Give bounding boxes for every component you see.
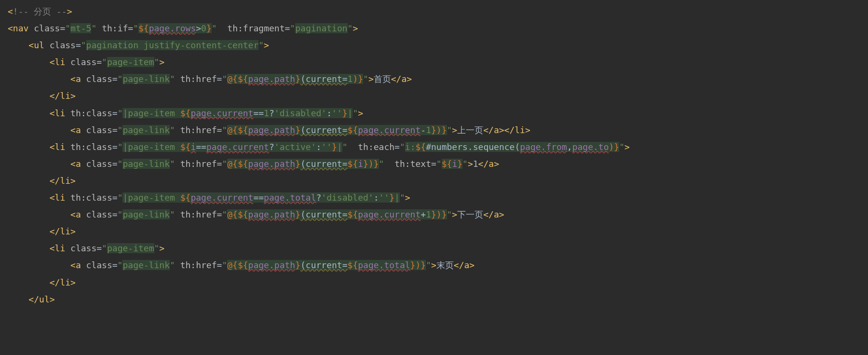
expr-eqeq: == [253,108,264,118]
attr-thhref: th:href [180,125,217,135]
expr-at-close: )} [353,74,363,84]
tag-a: a [76,159,81,169]
expr-dl-open: ${ [348,125,358,135]
tag-ul-close: ul [39,294,50,304]
expr-dl-close: } [295,125,300,135]
expr-page-total: page.total [264,192,316,203]
attr-class: class [70,57,96,67]
attr-class: class [86,159,112,169]
expr-dl-close: } [295,260,300,270]
expr-current-eq: (current= [300,74,348,84]
attr-thhref: th:href [180,74,217,84]
tag-li: li [55,243,66,253]
expr-dl-close: } [332,142,337,152]
expr-page-total: page.total [358,260,410,270]
expr-page-path: page.path [248,159,296,169]
text-first-page: 首页 [374,74,391,84]
tag-ul: ul [34,40,44,50]
expr-dl-open: ${ [238,260,248,270]
expr-dl-open: ${ [348,209,358,219]
text-one: 1 [473,159,478,169]
expr-at-close: )} [415,260,426,270]
tag-a: a [76,260,81,270]
val-page-item: page-item [107,243,154,253]
expr-empty: '' [321,142,332,152]
val-page-link: page-link [122,125,170,135]
attr-thif: th:if [102,23,128,33]
tag-li-close: li [60,226,70,236]
tag-li-close: li [60,91,70,101]
expr-one: 1 [348,74,353,84]
expr-colon: : [374,192,379,203]
expr-dl-open: ${ [348,260,358,270]
expr-dl-open: ${ [238,209,248,219]
expr-dl-close: } [295,209,300,219]
text-prev-page: 上一页 [457,125,483,135]
attr-class: class [86,209,112,219]
val-page-link: page-link [122,159,170,169]
tag-a-close: a [488,159,494,169]
expr-dl-open: ${ [442,159,452,169]
expr-current-eq: (current= [300,209,348,219]
tag-li: li [55,192,66,203]
expr-one: 1 [264,108,269,118]
expr-dl-open: ${ [415,142,426,152]
expr-at-close: )} [436,125,447,135]
expr-one: 1 [426,125,431,135]
tag-a: a [76,125,81,135]
expr-current-eq: (current= [300,159,348,169]
tag-li-close: li [60,277,70,287]
expr-one: 1 [426,209,431,219]
tag-li-close: li [60,176,70,186]
expr-active: 'active' [274,142,316,152]
code-editor[interactable]: <!-- 分页 --> <nav class="mt-5" th:if="${p… [0,0,868,308]
tag-a-close: a [494,209,499,219]
expr-at-open: @{ [227,260,238,270]
val-page-item-sp: page-item [128,192,180,203]
expr-dl-open: ${ [180,192,191,203]
attr-thclass: th:class [70,192,112,203]
pipe-close: | [337,142,342,152]
attr-thhref: th:href [180,159,217,169]
expr-page-current: page.current [190,108,253,118]
expr-dl-open: ${ [348,159,358,169]
val-pagination-justify: pagination justify-content-center [86,40,259,50]
expr-eqeq: == [253,192,264,203]
expr-plus: + [420,209,426,219]
expr-at-close: )} [368,159,379,169]
expr-page-path: page.path [248,209,296,219]
expr-empty: '' [379,192,390,203]
expr-seq-close: )} [609,142,620,152]
expr-at-open: @{ [227,209,238,219]
text-next-page: 下一页 [457,209,483,219]
expr-dl-close: } [389,192,394,203]
expr-dl-open: ${ [238,159,248,169]
expr-page-to: page.to [572,142,609,152]
tag-nav: nav [13,23,29,33]
expr-dl-open: ${ [238,125,248,135]
expr-numbers-seq: #numbers.sequence( [426,142,520,152]
expr-dl-close: } [431,209,436,219]
expr-minus: - [420,125,426,135]
val-mt5: mt-5 [70,23,91,33]
pipe-close: | [394,192,400,203]
attr-thhref: th:href [180,260,217,270]
expr-dl-close: } [410,260,416,270]
tag-a: a [76,209,81,219]
val-page-item-sp: page-item [128,108,180,118]
expr-disabled: 'disabled' [274,108,326,118]
each-i-colon: i: [405,142,416,152]
expr-dl-open: ${ [180,142,191,152]
expr-page-current: page.current [358,209,420,219]
attr-class: class [70,243,96,253]
expr-dl-close: } [295,74,300,84]
expr-page-current: page.current [358,125,420,135]
tag-a: a [76,74,81,84]
expr-dl-open: ${ [238,74,248,84]
expr-page-path: page.path [248,125,296,135]
val-pagination: pagination [295,23,347,33]
expr-dl-close: } [295,159,300,169]
tag-a-close: a [464,260,470,270]
expr-at-open: @{ [227,125,238,135]
expr-at-close: )} [436,209,447,219]
